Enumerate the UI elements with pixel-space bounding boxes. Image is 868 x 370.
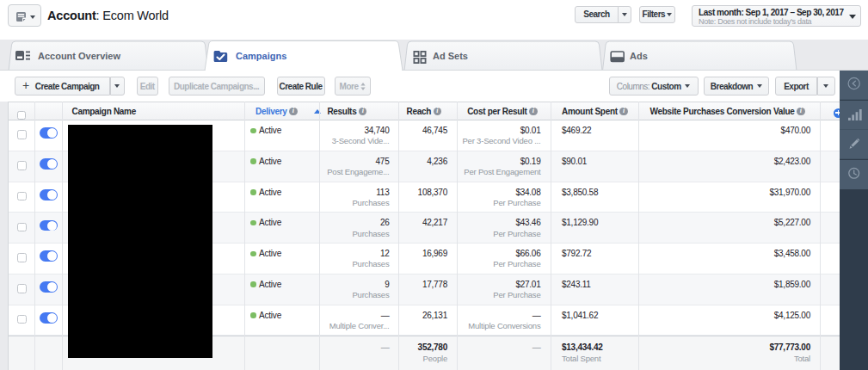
- svg-text:Ads: Ads: [630, 51, 648, 61]
- svg-text:Campaigns: Campaigns: [236, 51, 286, 61]
- svg-text:Account Overview: Account Overview: [38, 51, 120, 61]
- svg-text:Ad Sets: Ad Sets: [433, 51, 468, 61]
